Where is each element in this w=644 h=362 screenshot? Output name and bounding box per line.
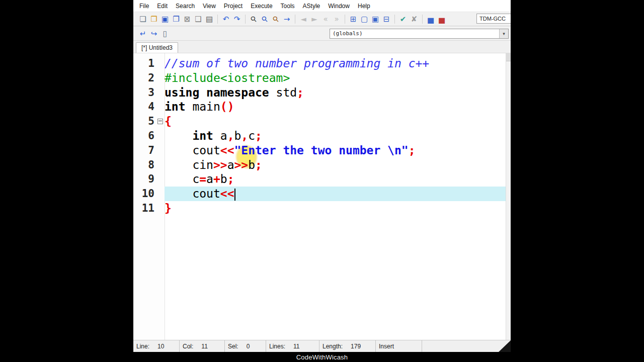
close-all-icon[interactable]: ❑ xyxy=(193,14,204,25)
close-file-icon[interactable]: ⊠ xyxy=(182,14,193,25)
code-line[interactable]: 3using namespace std; xyxy=(133,85,511,100)
line-number: 11 xyxy=(133,201,165,216)
code-lines: 1//sum of two number programming in c++2… xyxy=(133,56,511,216)
status-panel: Col:11 xyxy=(180,340,225,352)
code-line[interactable]: 5{ xyxy=(133,114,511,129)
menu-bar: FileEditSearchViewProjectExecuteToolsASt… xyxy=(133,0,511,12)
line-number: 2 xyxy=(133,71,165,85)
compile-icon[interactable]: ⊞ xyxy=(348,14,359,25)
menu-item-astyle[interactable]: AStyle xyxy=(299,1,325,11)
status-panel: Lines:11 xyxy=(266,340,319,352)
watermark-text: CodeWithWicash xyxy=(296,353,348,361)
save-icon[interactable]: ▣ xyxy=(159,14,171,25)
abort-compile-icon[interactable]: ✘ xyxy=(409,14,420,25)
delete-profiling-icon[interactable]: ▅ xyxy=(436,14,447,25)
rebuild-icon[interactable]: ⊟ xyxy=(381,14,392,25)
editor[interactable]: 1//sum of two number programming in c++2… xyxy=(133,53,511,340)
resize-grip xyxy=(499,340,511,352)
syntax-check-icon[interactable]: ✔ xyxy=(397,14,409,25)
code-line[interactable]: 11} xyxy=(133,201,511,216)
status-panel: Sel:0 xyxy=(225,340,266,352)
goto-definition-icon[interactable]: ↪ xyxy=(148,28,159,39)
next-bookmark-icon: » xyxy=(331,14,342,25)
profile-icon[interactable]: ▅ xyxy=(425,14,436,25)
devcpp-window: FileEditSearchViewProjectExecuteToolsASt… xyxy=(133,0,511,352)
globals-combobox[interactable]: (globals) ▾ xyxy=(330,29,509,39)
line-number: 9 xyxy=(133,172,165,187)
code-text: using namespace std; xyxy=(165,85,511,100)
run-icon[interactable]: ▢ xyxy=(359,14,370,25)
previous-bookmark-icon: « xyxy=(320,14,331,25)
menu-item-tools[interactable]: Tools xyxy=(277,1,299,11)
browser-toolbar: ↵↪▯ (globals) ▾ xyxy=(133,26,511,41)
compiler-select-value: TDM-GCC xyxy=(479,16,506,22)
toolbar-separator xyxy=(422,15,423,24)
code-line[interactable]: 6 int a,b,c; xyxy=(133,129,511,143)
letterbox-left xyxy=(0,0,133,352)
code-line[interactable]: 7 cout<<"Enter the two number \n"; xyxy=(133,143,511,158)
status-panel: Line:10 xyxy=(133,340,180,352)
open-file-icon[interactable]: ❒ xyxy=(148,14,159,25)
line-number: 8 xyxy=(133,158,165,172)
tab-untitled3[interactable]: [*] Untitled3 xyxy=(136,42,178,53)
code-text: { xyxy=(165,114,511,129)
text-caret xyxy=(234,189,235,201)
redo-icon[interactable]: ↷ xyxy=(231,14,243,25)
undo-icon[interactable]: ↶ xyxy=(220,14,231,25)
line-number: 5 xyxy=(133,114,165,129)
tab-bar: [*] Untitled3 xyxy=(133,41,511,53)
line-number: 6 xyxy=(133,129,165,143)
status-panels: Line:10Col:11Sel:0Lines:11Length:179Inse… xyxy=(133,340,511,352)
menu-item-execute[interactable]: Execute xyxy=(247,1,276,11)
code-line[interactable]: 4int main() xyxy=(133,100,511,114)
compiler-select[interactable]: TDM-GCC ▾ xyxy=(476,14,511,24)
code-text: cout<<"Enter the two number \n"; xyxy=(165,143,511,158)
code-text: c=a+b; xyxy=(165,172,511,187)
code-line[interactable]: 1//sum of two number programming in c++ xyxy=(133,56,511,71)
browser-toolbar-icons: ↵↪▯ xyxy=(137,28,325,39)
line-number: 1 xyxy=(133,56,165,71)
menu-item-project[interactable]: Project xyxy=(220,1,247,11)
letterbox-right xyxy=(511,0,644,352)
status-panel: Insert xyxy=(376,340,422,352)
menu-item-view[interactable]: View xyxy=(199,1,220,11)
toolbar-separator xyxy=(217,15,218,24)
main-toolbar: ❏❒▣❐⊠❑▤↶↷⚲⚲⚲→◄►«»⊞▢▣⊟✔✘▅▅ TDM-GCC ▾ xyxy=(133,12,511,26)
class-browser-icon[interactable]: ▯ xyxy=(159,28,171,39)
fold-marker-icon[interactable] xyxy=(157,119,163,124)
code-text: cin>>a>>b; xyxy=(165,158,511,172)
toolbar-separator xyxy=(295,15,295,24)
menu-item-window[interactable]: Window xyxy=(324,1,354,11)
line-number: 7 xyxy=(133,143,165,158)
line-number: 4 xyxy=(133,100,165,114)
combo-dropdown-button[interactable]: ▾ xyxy=(499,29,508,38)
goto-declaration-icon[interactable]: ↵ xyxy=(137,28,148,39)
line-number: 3 xyxy=(133,85,165,100)
forward-icon: ► xyxy=(309,14,320,25)
new-file-icon[interactable]: ❏ xyxy=(137,14,148,25)
toolbar-separator xyxy=(394,15,395,24)
code-line[interactable]: 9 c=a+b; xyxy=(133,172,511,187)
status-bar: Line:10Col:11Sel:0Lines:11Length:179Inse… xyxy=(133,340,511,352)
code-text: int main() xyxy=(165,100,511,114)
menu-item-search[interactable]: Search xyxy=(172,1,199,11)
code-line[interactable]: 10 cout<< xyxy=(133,187,511,201)
chevron-down-icon: ▾ xyxy=(503,31,505,36)
code-text: int a,b,c; xyxy=(165,129,511,143)
main-toolbar-icons: ❏❒▣❐⊠❑▤↶↷⚲⚲⚲→◄►«»⊞▢▣⊟✔✘▅▅ xyxy=(137,14,509,25)
compile-run-icon[interactable]: ▣ xyxy=(370,14,381,25)
toolbar-separator xyxy=(345,15,345,24)
menu-item-edit[interactable]: Edit xyxy=(153,1,172,11)
code-text: cout<< xyxy=(165,187,511,201)
scroll-up-button[interactable] xyxy=(506,53,511,61)
status-panel: Length:179 xyxy=(319,340,376,352)
menu-item-help[interactable]: Help xyxy=(354,1,374,11)
bottom-banner: CodeWithWicash xyxy=(0,352,644,362)
line-number: 10 xyxy=(133,187,165,201)
print-icon[interactable]: ▤ xyxy=(204,14,215,25)
save-all-icon[interactable]: ❐ xyxy=(171,14,182,25)
code-line[interactable]: 8 cin>>a>>b; xyxy=(133,158,511,172)
code-line[interactable]: 2#include<iostream> xyxy=(133,71,511,85)
vertical-scrollbar[interactable] xyxy=(506,53,511,340)
menu-item-file[interactable]: File xyxy=(135,1,153,11)
